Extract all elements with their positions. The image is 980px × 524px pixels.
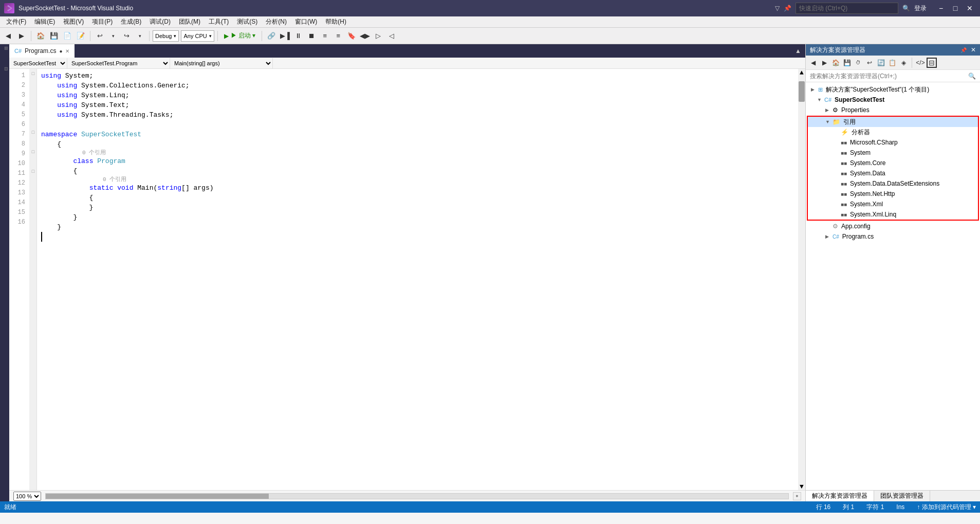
zoom-select[interactable]: 100 % xyxy=(13,492,41,501)
title-bar: SuperSocketTest - Microsoft Visual Studi… xyxy=(0,0,980,16)
system-core-node[interactable]: ■■ System.Core xyxy=(808,158,978,168)
references-arrow: ▼ xyxy=(825,119,831,124)
forward-button[interactable]: ▶ xyxy=(15,30,28,42)
project-nav-dropdown[interactable]: SuperSocketTest xyxy=(9,58,67,68)
home-button[interactable]: 🏠 xyxy=(34,30,47,42)
analyzer-node[interactable]: ⚡ 分析器 xyxy=(808,127,978,137)
system-xml-node[interactable]: ■■ System.Xml xyxy=(808,199,978,209)
sol-btn1[interactable]: ⏱ xyxy=(853,58,863,68)
save-all-button[interactable]: 📄 xyxy=(61,30,73,42)
refresh-button[interactable]: 🔄 xyxy=(876,58,886,68)
toolbar-btn5[interactable]: ≡ xyxy=(332,30,344,42)
method-nav-dropdown[interactable]: Main(string[] args) xyxy=(170,58,273,68)
project-node[interactable]: ▼ C# SuperSocketTest xyxy=(806,95,980,105)
save-sol-button[interactable]: 💾 xyxy=(842,58,852,68)
sol-btn2[interactable]: ↩ xyxy=(864,58,875,68)
sol-btn4[interactable]: ◈ xyxy=(898,58,909,68)
menu-file[interactable]: 文件(F) xyxy=(2,16,30,27)
redo-button[interactable]: ↪ xyxy=(120,30,133,42)
nav-back-button[interactable]: ◀ xyxy=(808,58,818,68)
system-node[interactable]: ■■ System xyxy=(808,148,978,158)
menu-tools[interactable]: 工具(T) xyxy=(205,16,233,27)
solution-search-input[interactable] xyxy=(810,73,968,80)
menu-team[interactable]: 团队(M) xyxy=(175,16,205,27)
horizontal-scrollbar[interactable] xyxy=(45,493,789,499)
menu-window[interactable]: 窗口(W) xyxy=(291,16,321,27)
quick-launch-input[interactable] xyxy=(796,3,898,14)
code-editor[interactable]: 12345 678910 1112131415 16 □ □ □ □ using xyxy=(9,69,805,490)
attach-button[interactable]: 🔗 xyxy=(265,30,278,42)
code-line-2: using System.Collections.Generic; xyxy=(41,81,794,91)
h-scroll-thumb[interactable] xyxy=(46,494,269,499)
props-button[interactable]: ⊟ xyxy=(927,58,937,68)
menu-analyze[interactable]: 分析(N) xyxy=(262,16,291,27)
menu-debug[interactable]: 调试(D) xyxy=(145,16,175,27)
nav-forward-button[interactable]: ▶ xyxy=(819,58,829,68)
menu-help[interactable]: 帮助(H) xyxy=(321,16,350,27)
start-button[interactable]: ▶ ▶ 启动 ▾ xyxy=(221,30,259,41)
bookmark-button[interactable]: 🔖 xyxy=(345,30,358,42)
toolbar-btn7[interactable]: ▷ xyxy=(372,30,384,42)
toolbar-btn8[interactable]: ◁ xyxy=(385,30,398,42)
system-data-ext-node[interactable]: ■■ System.Data.DataSetExtensions xyxy=(808,178,978,189)
close-button[interactable]: ✕ xyxy=(964,3,976,13)
scroll-track[interactable] xyxy=(798,76,805,483)
tab-solution-explorer[interactable]: 解决方案资源管理器 xyxy=(806,491,874,501)
tab-close-button[interactable]: ✕ xyxy=(65,48,69,54)
toolbar-btn2[interactable]: ⏸ xyxy=(292,30,304,42)
save-button[interactable]: 💾 xyxy=(48,30,60,42)
add-column-button[interactable]: + xyxy=(793,492,801,500)
undo-dropdown[interactable]: ▾ xyxy=(107,30,119,42)
program-cs-node[interactable]: ▶ C# Program.cs xyxy=(806,231,980,242)
close-solution-icon[interactable]: ✕ xyxy=(971,46,976,53)
pin-solution-icon[interactable]: 📌 xyxy=(960,47,967,53)
redo-dropdown[interactable]: ▾ xyxy=(134,30,146,42)
system-net-http-node[interactable]: ■■ System.Net.Http xyxy=(808,189,978,199)
home-sol-button[interactable]: 🏠 xyxy=(830,58,841,68)
toolbar-btn4[interactable]: ≡ xyxy=(319,30,331,42)
left-icon-2[interactable]: ⊟ xyxy=(1,67,9,87)
maximize-button[interactable]: □ xyxy=(949,3,961,13)
app-config-node[interactable]: ⚙ App.config xyxy=(806,221,980,231)
search-icon: 🔍 xyxy=(902,5,910,12)
properties-node[interactable]: ▶ ⚙ Properties xyxy=(806,105,980,115)
system-xml-linq-node[interactable]: ■■ System.Xml.Linq xyxy=(808,209,978,220)
toolbar-btn6[interactable]: ◀▶ xyxy=(359,30,371,42)
status-left: 就绪 xyxy=(4,503,808,512)
references-node[interactable]: ▼ 📁 引用 xyxy=(808,117,978,127)
scroll-thumb[interactable] xyxy=(799,81,805,102)
solution-search-bar[interactable]: 🔍 xyxy=(806,70,980,82)
menu-view[interactable]: 视图(V) xyxy=(59,16,88,27)
window-controls: − □ ✕ xyxy=(935,3,976,13)
menu-edit[interactable]: 编辑(E) xyxy=(30,16,59,27)
login-button[interactable]: 登录 xyxy=(914,4,927,13)
toolbar-btn1[interactable]: ▶▐ xyxy=(279,30,291,42)
left-icon-1[interactable]: ⊞ xyxy=(1,46,9,67)
solution-expander[interactable]: ▲ xyxy=(791,44,805,58)
minimize-button[interactable]: − xyxy=(935,3,947,13)
scroll-down[interactable]: ▼ xyxy=(798,483,805,490)
new-file-button[interactable]: 📝 xyxy=(75,30,87,42)
editor-scrollbar[interactable]: ▲ ▼ xyxy=(798,69,805,490)
menu-test[interactable]: 测试(S) xyxy=(233,16,262,27)
menu-build[interactable]: 生成(B) xyxy=(117,16,145,27)
code-line-10: { xyxy=(41,166,794,176)
sol-btn3[interactable]: 📋 xyxy=(887,58,897,68)
class-nav-dropdown[interactable]: SuperSocketTest.Program xyxy=(67,58,170,68)
scroll-up[interactable]: ▲ xyxy=(798,69,805,76)
toolbar-btn3[interactable]: ⏹ xyxy=(305,30,318,42)
ms-csharp-node[interactable]: ■■ Microsoft.CSharp xyxy=(808,137,978,148)
menu-project[interactable]: 项目(P) xyxy=(88,16,117,27)
tab-team-explorer[interactable]: 团队资源管理器 xyxy=(874,491,930,501)
system-data-node[interactable]: ■■ System.Data xyxy=(808,168,978,178)
solution-root[interactable]: ▶ ⊞ 解决方案"SuperSocketTest"(1 个项目) xyxy=(806,84,980,95)
cpu-dropdown[interactable]: Any CPU ▾ xyxy=(181,30,214,42)
ref-icon: ■■ xyxy=(841,140,847,146)
tab-bar: C# Program.cs ● ✕ ▲ xyxy=(9,44,805,58)
undo-button[interactable]: ↩ xyxy=(94,30,106,42)
debug-config-dropdown[interactable]: Debug ▾ xyxy=(153,30,179,42)
code-view-button[interactable]: </> xyxy=(915,58,926,68)
tab-program-cs[interactable]: C# Program.cs ● ✕ xyxy=(9,44,75,58)
back-button[interactable]: ◀ xyxy=(2,30,14,42)
code-content[interactable]: using System; using System.Collections.G… xyxy=(37,69,798,490)
